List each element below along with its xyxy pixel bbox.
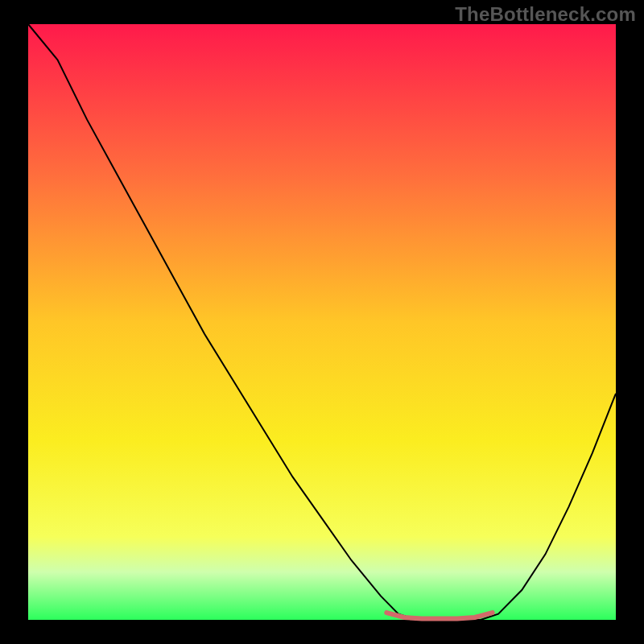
- watermark-text: TheBottleneck.com: [455, 3, 636, 26]
- bottleneck-chart: [0, 0, 644, 644]
- gradient-plot-area: [28, 24, 616, 620]
- chart-frame: { "watermark": "TheBottleneck.com", "cha…: [0, 0, 644, 644]
